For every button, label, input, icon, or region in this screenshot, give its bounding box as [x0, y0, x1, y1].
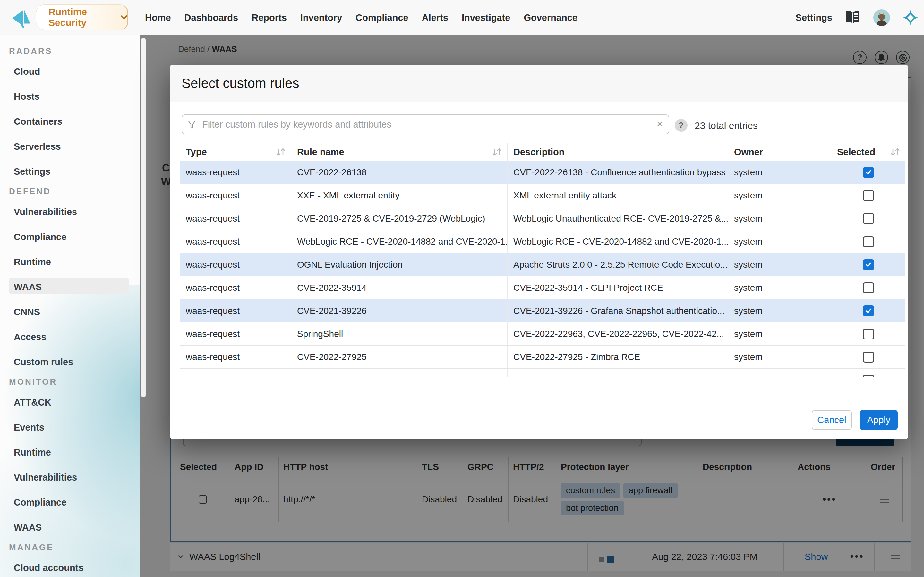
table-row[interactable]: waas-requestWebLogic RCE - CVE-2020-1488… [180, 230, 905, 253]
sidebar-section-monitor: MONITOR [9, 377, 57, 387]
table-row[interactable] [180, 369, 905, 377]
ai-copilot-icon[interactable] [902, 9, 919, 26]
table-row[interactable]: waas-requestOGNL Evaluation InjectionApa… [180, 253, 905, 276]
product-switcher[interactable]: Runtime Security [36, 5, 128, 30]
table-row[interactable]: waas-requestCVE-2022-35914CVE-2022-35914… [180, 276, 905, 300]
sort-icon[interactable] [491, 147, 503, 156]
sidebar-item-runtime[interactable]: Runtime [14, 257, 51, 268]
cell-selected [831, 230, 905, 253]
cell-type: waas-request [180, 207, 291, 230]
sidebar-item-access[interactable]: Access [14, 332, 47, 342]
nav-item-inventory[interactable]: Inventory [300, 13, 342, 23]
column-header-rule-name[interactable]: Rule name [291, 143, 507, 161]
column-header-description[interactable]: Description [507, 143, 728, 161]
table-row[interactable]: waas-requestCVE-2019-2725 & CVE-2019-272… [180, 207, 905, 230]
sort-icon[interactable] [274, 147, 286, 156]
row-checkbox[interactable] [863, 167, 874, 178]
filter-help-icon[interactable]: ? [675, 119, 688, 132]
nav-item-alerts[interactable]: Alerts [422, 13, 448, 23]
sidebar-item-vulnerabilities[interactable]: Vulnerabilities [14, 207, 77, 218]
nav-item-settings[interactable]: Settings [796, 13, 832, 23]
sort-icon[interactable] [889, 147, 901, 156]
column-header-selected[interactable]: Selected [831, 143, 905, 161]
sidebar-item-runtime[interactable]: Runtime [14, 447, 51, 458]
cell-text: CVE-2019-2725 & CVE-2019-2729 (WebLogic) [297, 213, 485, 224]
sidebar-item-events[interactable]: Events [14, 422, 44, 433]
column-header-type[interactable]: Type [180, 143, 291, 161]
nav-item-reports[interactable]: Reports [252, 13, 287, 23]
prisma-cloud-logo-icon [10, 7, 31, 28]
cell-text: waas-request [186, 259, 240, 270]
row-checkbox[interactable] [863, 213, 874, 224]
cell-owner [728, 369, 831, 377]
cell-selected [831, 322, 905, 345]
nav-item-investigate[interactable]: Investigate [462, 13, 510, 23]
product-name: Runtime Security [48, 6, 116, 28]
sidebar-item-att-ck[interactable]: ATT&CK [14, 397, 51, 408]
table-row[interactable]: waas-requestCVE-2021-39226CVE-2021-39226… [180, 300, 905, 322]
cancel-button[interactable]: Cancel [812, 410, 852, 430]
cell-type: waas-request [180, 276, 291, 299]
row-checkbox[interactable] [863, 351, 874, 363]
cell-type: waas-request [180, 253, 291, 276]
column-header-owner[interactable]: Owner [728, 143, 831, 161]
cell-description: CVE-2021-39226 - Grafana Snapshot authen… [507, 300, 728, 322]
docs-book-icon[interactable] [845, 9, 861, 26]
cell-selected [831, 346, 905, 368]
sidebar-item-cnns[interactable]: CNNS [14, 307, 40, 318]
nav-item-governance[interactable]: Governance [523, 13, 577, 23]
table-row[interactable]: waas-requestCVE-2022-26138CVE-2022-26138… [180, 161, 905, 184]
sidebar-item-serverless[interactable]: Serverless [14, 141, 61, 152]
nav-item-compliance[interactable]: Compliance [355, 13, 408, 23]
cell-text: CVE-2021-39226 - Grafana Snapshot authen… [513, 306, 724, 316]
sidebar-item-cloud[interactable]: Cloud [14, 66, 40, 77]
cell-description: WebLogic Unauthenticated RCE- CVE-2019-2… [507, 207, 728, 230]
cell-type [180, 369, 291, 377]
row-checkbox[interactable] [863, 306, 874, 316]
cell-description: XML external entity attack [507, 184, 728, 207]
column-header-label: Owner [734, 147, 763, 157]
filter-field-wrap: × [182, 114, 669, 134]
row-checkbox[interactable] [863, 259, 874, 270]
cell-text: waas-request [186, 167, 240, 177]
cell-selected [831, 300, 905, 322]
user-avatar[interactable] [873, 9, 890, 26]
sidebar-item-waas[interactable]: WAAS [14, 522, 42, 533]
apply-button[interactable]: Apply [860, 410, 898, 430]
nav-item-dashboards[interactable]: Dashboards [184, 13, 238, 23]
sidebar-scrollbar[interactable] [141, 38, 146, 398]
sidebar-item-compliance[interactable]: Compliance [14, 497, 66, 508]
cell-text: system [734, 259, 762, 270]
cell-text: WebLogic Unauthenticated RCE- CVE-2019-2… [513, 213, 728, 224]
sidebar-item-custom-rules[interactable]: Custom rules [14, 357, 73, 367]
filter-input[interactable] [182, 114, 669, 134]
sidebar-item-settings[interactable]: Settings [14, 166, 50, 177]
cell-type: waas-request [180, 300, 291, 322]
cell-type: waas-request [180, 230, 291, 253]
cell-description: Apache Struts 2.0.0 - 2.5.25 Remote Code… [507, 253, 728, 276]
sidebar-item-containers[interactable]: Containers [14, 116, 62, 127]
sidebar-item-cloud-accounts[interactable]: Cloud accounts [14, 562, 84, 573]
table-row[interactable]: waas-requestCVE-2022-27925CVE-2022-27925… [180, 346, 905, 369]
cell-text: XXE - XML external entity [297, 190, 400, 201]
row-checkbox[interactable] [863, 375, 874, 377]
table-row[interactable]: waas-requestSpringShellCVE-2022-22963, C… [180, 322, 905, 346]
sidebar-item-hosts[interactable]: Hosts [14, 91, 40, 102]
cell-text: system [734, 237, 762, 247]
row-checkbox[interactable] [863, 236, 874, 247]
row-checkbox[interactable] [863, 190, 874, 201]
funnel-filter-icon [187, 120, 196, 129]
sidebar-item-compliance[interactable]: Compliance [14, 232, 66, 242]
cell-selected [831, 207, 905, 230]
clear-filter-icon[interactable]: × [656, 118, 663, 130]
checkmark-icon [865, 169, 872, 176]
nav-item-home[interactable]: Home [145, 13, 171, 23]
sidebar-item-vulnerabilities[interactable]: Vulnerabilities [14, 472, 77, 483]
select-custom-rules-dialog: Select custom rules × ? 23 total entries… [170, 65, 908, 439]
row-checkbox[interactable] [863, 282, 874, 293]
row-checkbox[interactable] [863, 329, 874, 340]
cell-selected [831, 276, 905, 299]
table-row[interactable]: waas-requestXXE - XML external entityXML… [180, 184, 905, 207]
sidebar-item-waas[interactable]: WAAS [14, 282, 42, 292]
cell-description: CVE-2022-26138 - Confluence authenticati… [507, 161, 728, 184]
